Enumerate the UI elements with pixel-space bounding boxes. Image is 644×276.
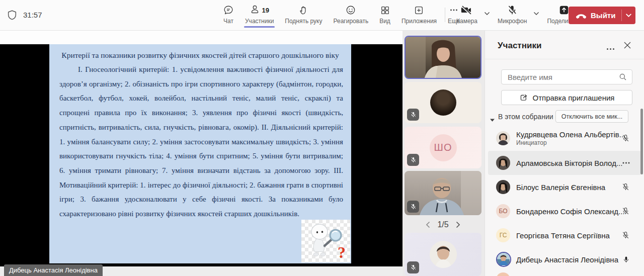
view-button[interactable]: Вид <box>374 4 396 25</box>
panel-scrollbar[interactable] <box>640 109 643 174</box>
panel-divider <box>485 59 644 59</box>
stage-background: Критерії та показники розвитку фізичних … <box>0 44 403 266</box>
panel-close-icon[interactable] <box>624 42 631 51</box>
participant-name: Арламовська Вікторія Волод... <box>516 159 622 167</box>
participants-list: Кудрявцева Олена Альбертів... Инициатор … <box>485 126 644 271</box>
participant-avatar <box>496 156 510 170</box>
participant-mic-on-icon[interactable] <box>622 255 630 264</box>
camera-options-chevron[interactable] <box>484 9 490 18</box>
hangup-phone-icon <box>576 13 587 19</box>
raise-hand-button[interactable]: Поднять руку <box>279 4 328 25</box>
initials-avatar: ШО <box>430 134 457 161</box>
muted-mic-badge <box>407 201 419 213</box>
participant-name: Кудрявцева Олена Альбертів... <box>516 130 625 139</box>
slide-robot-image: ? <box>301 220 350 262</box>
leave-button[interactable]: Выйти <box>569 7 635 24</box>
security-shield-icon[interactable] <box>7 9 18 23</box>
participant-muted-mic-icon[interactable] <box>621 182 630 192</box>
participant-name: Бондаренко Софія Олександ... <box>516 207 625 216</box>
video-tile-initials-3[interactable]: ШО <box>405 127 481 168</box>
participant-avatar-speaking <box>496 252 511 267</box>
slide-body-text: І. Гносеологічний критерій: 1. усвідомле… <box>59 62 343 221</box>
share-screen-icon <box>558 4 570 17</box>
send-invite-button[interactable]: Отправка приглашения <box>501 90 632 105</box>
muted-mic-badge <box>407 109 419 121</box>
meeting-timer: 31:57 <box>23 11 42 19</box>
microphone-button[interactable]: Микрофон <box>492 4 532 25</box>
panel-title: Участники <box>498 41 541 51</box>
video-strip-pager: 1/5 <box>405 219 481 231</box>
meeting-window: 31:57 Чат 19 Участники <box>0 0 644 276</box>
participant-row[interactable]: Білоус Валерія Євгенівна <box>485 175 644 199</box>
participant-row[interactable]: Кудрявцева Олена Альбертів... Инициатор <box>485 126 644 151</box>
muted-mic-badge <box>407 154 419 166</box>
video-tile-avatar-5[interactable] <box>405 233 481 276</box>
video-thumbnails-strip: ШО <box>403 31 485 276</box>
chat-button[interactable]: Чат <box>217 4 239 25</box>
muted-mic-badge <box>407 261 419 273</box>
stage-top-margin <box>0 31 403 44</box>
participant-search[interactable] <box>501 69 632 84</box>
video-tile-avatar-2[interactable] <box>405 82 481 123</box>
presentation-slide: Критерії та показники розвитку фізичних … <box>49 44 351 263</box>
participant-row[interactable]: БО Бондаренко Софія Олександ... <box>485 199 644 223</box>
send-invite-label: Отправка приглашения <box>533 94 615 102</box>
shared-screen: Критерії та показники розвитку фізичних … <box>0 31 403 276</box>
chat-icon <box>223 4 234 17</box>
pager-next-chevron[interactable] <box>456 221 460 228</box>
participants-panel-header: Участники <box>485 31 644 59</box>
pager-page-indicator: 1/5 <box>437 220 448 229</box>
participant-role: Инициатор <box>516 139 625 146</box>
camera-button[interactable]: Камера <box>451 4 483 25</box>
leave-options-chevron[interactable] <box>622 7 635 24</box>
participant-muted-mic-icon[interactable] <box>621 134 630 143</box>
section-collapse-chevron[interactable] <box>490 115 495 124</box>
camera-off-icon <box>460 4 473 17</box>
people-icon <box>250 4 260 17</box>
svg-text:?: ? <box>338 243 346 261</box>
participant-name: Георгієва Тетяна Сергіївна <box>516 231 610 240</box>
panel-more-icon[interactable] <box>606 43 615 52</box>
participant-muted-mic-icon[interactable] <box>621 207 630 216</box>
pager-prev-chevron[interactable] <box>426 221 430 228</box>
participant-name: Білоус Валерія Євгенівна <box>516 183 605 192</box>
next-participant-avatar-partial <box>496 272 510 276</box>
react-button[interactable]: Реагировать <box>328 4 374 25</box>
participant-avatar <box>496 180 510 194</box>
participant-avatar <box>496 131 510 145</box>
microphone-off-icon <box>507 4 518 17</box>
toolbar-divider <box>445 8 445 22</box>
apps-button[interactable]: Приложения <box>396 4 442 25</box>
participant-row[interactable]: Дибець Анастасія Леонідівна <box>485 247 644 271</box>
mute-all-button[interactable]: Отключить все мик... <box>555 110 628 123</box>
participant-muted-mic-icon[interactable] <box>621 231 630 240</box>
leave-button-label: Выйти <box>591 11 615 20</box>
slide-title: Критерії та показники розвитку фізичних … <box>49 44 351 62</box>
participant-more-icon[interactable] <box>622 162 630 164</box>
raise-hand-icon <box>298 4 309 17</box>
participant-initials-avatar: ГС <box>496 228 510 242</box>
in-this-meeting-section: В этом собрании (19) Отключить все мик..… <box>485 111 644 123</box>
participant-avatar <box>430 89 456 116</box>
send-invite-icon <box>519 93 528 102</box>
participants-panel: Участники Отправка приглашения <box>485 31 644 276</box>
video-tile-speaker[interactable] <box>405 36 481 79</box>
participant-row[interactable]: ГС Георгієва Тетяна Сергіївна <box>485 223 644 247</box>
smiley-icon <box>345 4 356 17</box>
search-icon <box>619 73 627 81</box>
participants-count: 19 <box>262 7 269 14</box>
microphone-options-chevron[interactable] <box>533 9 539 18</box>
meeting-toolbar: 31:57 Чат 19 Участники <box>0 0 644 31</box>
participant-name: Дибець Анастасія Леонідівна <box>516 255 618 264</box>
name-tooltip: Дибець Анастасія Леонідівна <box>4 264 103 276</box>
grid-view-icon <box>380 4 390 17</box>
speaker-video-feed <box>406 37 480 78</box>
apps-plus-icon <box>414 4 424 17</box>
participant-search-input[interactable] <box>502 73 619 81</box>
participant-row[interactable]: Арламовська Вікторія Волод... <box>488 151 641 175</box>
participants-button[interactable]: 19 Участники <box>239 4 279 25</box>
participant-avatar <box>430 241 457 268</box>
participant-initials-avatar: БО <box>496 204 510 218</box>
video-tile-man-4[interactable] <box>405 171 481 215</box>
